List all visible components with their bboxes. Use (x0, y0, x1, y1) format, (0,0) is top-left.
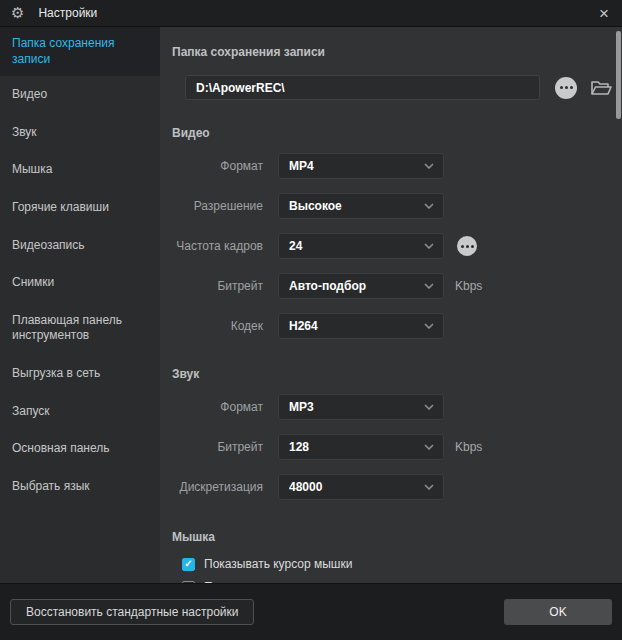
sidebar-item-screenshots[interactable]: Снимки (0, 264, 160, 302)
sidebar-item-upload[interactable]: Выгрузка в сеть (0, 355, 160, 393)
video-framerate-label: Частота кадров (172, 239, 263, 253)
settings-sidebar: Папка сохранения записи Видео Звук Мышка… (0, 27, 160, 583)
vertical-scrollbar-thumb[interactable] (616, 31, 621, 119)
sidebar-item-startup[interactable]: Запуск (0, 393, 160, 431)
save-folder-section-title: Папка сохранения записи (172, 45, 622, 59)
sidebar-item-recording[interactable]: Видеозапись (0, 227, 160, 265)
video-bitrate-label: Битрейт (172, 279, 263, 293)
footer-bar: Восстановить стандартные настройки OK (0, 583, 622, 640)
ellipsis-dot (466, 245, 469, 248)
framerate-more-button[interactable] (457, 236, 477, 256)
show-cursor-checkbox[interactable]: ✓ (182, 558, 195, 571)
video-codec-row: Кодек H264 (172, 313, 622, 339)
close-icon[interactable]: × (599, 5, 609, 22)
audio-section-title: Звук (172, 367, 622, 381)
video-resolution-label: Разрешение (172, 199, 263, 213)
chevron-down-icon (424, 484, 434, 490)
mouse-section-title: Мышка (172, 530, 622, 544)
video-bitrate-row: Битрейт Авто-подбор Kbps (172, 273, 622, 299)
video-framerate-value: 24 (289, 239, 424, 253)
sidebar-item-sound[interactable]: Звук (0, 114, 160, 152)
open-folder-button[interactable] (590, 79, 612, 97)
settings-window: ⚙ Настройки × Папка сохранения записи Ви… (0, 0, 622, 640)
audio-format-row: Формат MP3 (172, 394, 622, 420)
video-bitrate-dropdown[interactable]: Авто-подбор (278, 273, 444, 299)
sidebar-item-floating-toolbar[interactable]: Плавающая панель инструментов (0, 302, 160, 355)
video-bitrate-value: Авто-подбор (289, 279, 424, 293)
chevron-down-icon (424, 444, 434, 450)
show-cursor-label: Показывать курсор мышки (204, 557, 352, 571)
chevron-down-icon (424, 323, 434, 329)
ellipsis-dot (560, 86, 563, 89)
video-framerate-dropdown[interactable]: 24 (278, 233, 444, 259)
show-cursor-frame-checkbox[interactable]: ✓ (182, 581, 195, 584)
audio-samplerate-dropdown[interactable]: 48000 (278, 474, 444, 500)
chevron-down-icon (424, 243, 434, 249)
gear-icon: ⚙ (11, 6, 24, 21)
ellipsis-dot (461, 245, 464, 248)
audio-bitrate-row: Битрейт 128 Kbps (172, 434, 622, 460)
audio-samplerate-row: Дискретизация 48000 (172, 474, 622, 500)
video-bitrate-unit: Kbps (455, 279, 482, 293)
sidebar-item-language[interactable]: Выбрать язык (0, 468, 160, 506)
video-resolution-row: Разрешение Высокое (172, 193, 622, 219)
audio-format-dropdown[interactable]: MP3 (278, 394, 444, 420)
video-format-dropdown[interactable]: MP4 (278, 153, 444, 179)
audio-samplerate-label: Дискретизация (172, 480, 263, 494)
video-section-title: Видео (172, 126, 622, 140)
show-cursor-frame-checkbox-row[interactable]: ✓ Показывать рамку вокруг курсора мышки (182, 580, 622, 583)
video-format-row: Формат MP4 (172, 153, 622, 179)
folder-icon (590, 79, 612, 97)
restore-defaults-button[interactable]: Восстановить стандартные настройки (10, 599, 254, 625)
ellipsis-dot (471, 245, 474, 248)
audio-format-value: MP3 (289, 400, 424, 414)
video-format-value: MP4 (289, 159, 424, 173)
sidebar-item-save-folder[interactable]: Папка сохранения записи (0, 27, 160, 76)
video-codec-label: Кодек (172, 319, 263, 333)
sidebar-item-video[interactable]: Видео (0, 76, 160, 114)
sidebar-item-main-panel[interactable]: Основная панель (0, 430, 160, 468)
video-framerate-row: Частота кадров 24 (172, 233, 622, 259)
check-icon: ✓ (184, 559, 192, 569)
audio-samplerate-value: 48000 (289, 480, 424, 494)
ok-button[interactable]: OK (504, 599, 612, 625)
titlebar: ⚙ Настройки × (0, 0, 622, 27)
chevron-down-icon (424, 203, 434, 209)
video-resolution-dropdown[interactable]: Высокое (278, 193, 444, 219)
video-resolution-value: Высокое (289, 199, 424, 213)
video-codec-value: H264 (289, 319, 424, 333)
show-cursor-frame-label: Показывать рамку вокруг курсора мышки (204, 580, 434, 583)
settings-content: Папка сохранения записи (160, 27, 622, 583)
audio-bitrate-label: Битрейт (172, 440, 263, 454)
browse-ellipsis-button[interactable] (555, 77, 577, 99)
window-title: Настройки (38, 6, 97, 20)
ellipsis-dot (570, 86, 573, 89)
save-path-row (185, 75, 622, 100)
audio-bitrate-dropdown[interactable]: 128 (278, 434, 444, 460)
audio-format-label: Формат (172, 400, 263, 414)
save-path-input[interactable] (185, 75, 540, 100)
video-codec-dropdown[interactable]: H264 (278, 313, 444, 339)
ellipsis-dot (565, 86, 568, 89)
audio-bitrate-value: 128 (289, 440, 424, 454)
chevron-down-icon (424, 283, 434, 289)
chevron-down-icon (424, 163, 434, 169)
video-format-label: Формат (172, 159, 263, 173)
audio-bitrate-unit: Kbps (455, 440, 482, 454)
sidebar-item-mouse[interactable]: Мышка (0, 151, 160, 189)
chevron-down-icon (424, 404, 434, 410)
sidebar-item-hotkeys[interactable]: Горячие клавиши (0, 189, 160, 227)
show-cursor-checkbox-row[interactable]: ✓ Показывать курсор мышки (182, 557, 622, 571)
